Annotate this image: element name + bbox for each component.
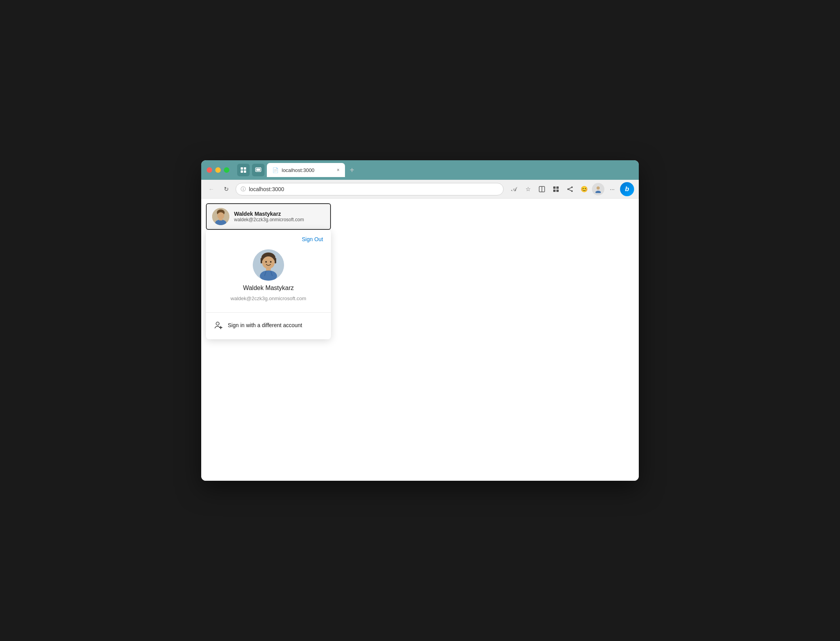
- toolbar-icons: 𝒜 ☆: [508, 182, 634, 196]
- header-avatar-image: [212, 208, 229, 225]
- dropdown-avatar: [253, 249, 284, 281]
- info-icon: ⓘ: [241, 186, 246, 193]
- svg-rect-2: [241, 170, 243, 173]
- new-tab-button[interactable]: +: [347, 166, 357, 175]
- tab-bar: 📄 localhost:3000 × +: [237, 163, 357, 177]
- tab-close-button[interactable]: ×: [337, 167, 340, 173]
- refresh-button[interactable]: ↻: [221, 184, 232, 195]
- address-bar[interactable]: ⓘ localhost:3000: [236, 183, 504, 195]
- profile-section: Waldek Mastykarz waldek@2czk3g.onmicroso…: [206, 245, 331, 309]
- address-text: localhost:3000: [249, 186, 499, 192]
- profile-button[interactable]: [592, 183, 604, 195]
- tab-label: localhost:3000: [282, 167, 315, 173]
- svg-point-28: [262, 256, 275, 269]
- dropdown-avatar-image: [253, 249, 284, 281]
- bing-button[interactable]: b: [620, 182, 634, 196]
- title-bar: 📄 localhost:3000 × +: [201, 160, 639, 180]
- svg-line-15: [568, 187, 572, 189]
- add-account-item[interactable]: Sign in with a different account: [206, 316, 331, 335]
- svg-point-29: [265, 261, 267, 263]
- refresh-icon: ↻: [224, 186, 229, 193]
- svg-point-30: [270, 261, 272, 263]
- svg-line-16: [568, 189, 572, 191]
- signout-row: Sign Out: [206, 230, 331, 245]
- dropdown-profile-name: Waldek Mastykarz: [243, 285, 294, 292]
- traffic-lights: [207, 167, 229, 173]
- svg-rect-0: [241, 167, 243, 170]
- more-icon: ···: [610, 186, 615, 192]
- svg-point-17: [597, 186, 600, 190]
- bing-icon: b: [625, 185, 629, 193]
- tab-switcher-icon[interactable]: [252, 164, 265, 176]
- svg-rect-26: [261, 258, 262, 263]
- account-dropdown-panel: Sign Out: [206, 230, 331, 339]
- split-screen-button[interactable]: [536, 183, 548, 195]
- svg-point-33: [216, 322, 219, 325]
- collections-icon: [553, 186, 559, 192]
- page-content: Waldek Mastykarz waldek@2czk3g.onmicroso…: [201, 199, 639, 481]
- account-header-info: Waldek Mastykarz waldek@2czk3g.onmicroso…: [234, 211, 304, 222]
- browser-window: 📄 localhost:3000 × + ← ↻ ⓘ localhost:300…: [201, 160, 639, 481]
- account-header-name: Waldek Mastykarz: [234, 211, 304, 217]
- tab-manager-icon[interactable]: [237, 164, 250, 176]
- nav-bar: ← ↻ ⓘ localhost:3000 𝒜 ☆: [201, 180, 639, 199]
- read-aloud-icon: 𝒜: [511, 186, 517, 193]
- account-header-email: waldek@2czk3g.onmicrosoft.com: [234, 217, 304, 222]
- share-button[interactable]: [564, 183, 576, 195]
- minimize-button[interactable]: [215, 167, 221, 173]
- svg-rect-11: [556, 190, 559, 192]
- add-account-icon: [214, 320, 223, 330]
- back-button[interactable]: ←: [206, 184, 217, 195]
- svg-rect-23: [219, 218, 222, 220]
- account-header-card[interactable]: Waldek Mastykarz waldek@2czk3g.onmicroso…: [206, 203, 331, 230]
- svg-point-18: [595, 191, 601, 193]
- active-tab[interactable]: 📄 localhost:3000 ×: [267, 163, 345, 177]
- read-aloud-button[interactable]: 𝒜: [508, 183, 520, 195]
- dropdown-profile-email: waldek@2czk3g.onmicrosoft.com: [231, 295, 306, 301]
- profile-avatar: [592, 183, 604, 195]
- dropdown-divider: [206, 312, 331, 313]
- svg-rect-3: [244, 170, 246, 173]
- favorites-button[interactable]: ☆: [522, 183, 534, 195]
- emoji-button[interactable]: 😊: [578, 183, 590, 195]
- tab-favicon-icon: 📄: [272, 167, 279, 173]
- more-button[interactable]: ···: [606, 183, 618, 195]
- close-button[interactable]: [207, 167, 212, 173]
- svg-rect-27: [275, 258, 276, 263]
- emoji-icon: 😊: [581, 186, 588, 193]
- svg-rect-10: [553, 190, 556, 192]
- svg-rect-1: [244, 167, 246, 170]
- svg-rect-5: [256, 168, 260, 171]
- back-icon: ←: [209, 186, 214, 192]
- maximize-button[interactable]: [224, 167, 229, 173]
- add-account-label: Sign in with a different account: [228, 322, 302, 328]
- star-icon: ☆: [525, 186, 531, 193]
- collections-button[interactable]: [550, 183, 562, 195]
- signout-link[interactable]: Sign Out: [302, 236, 323, 242]
- svg-rect-8: [553, 186, 556, 189]
- svg-rect-9: [556, 186, 559, 189]
- account-header-avatar: [212, 208, 229, 225]
- share-icon: [567, 186, 573, 192]
- split-screen-icon: [539, 186, 545, 192]
